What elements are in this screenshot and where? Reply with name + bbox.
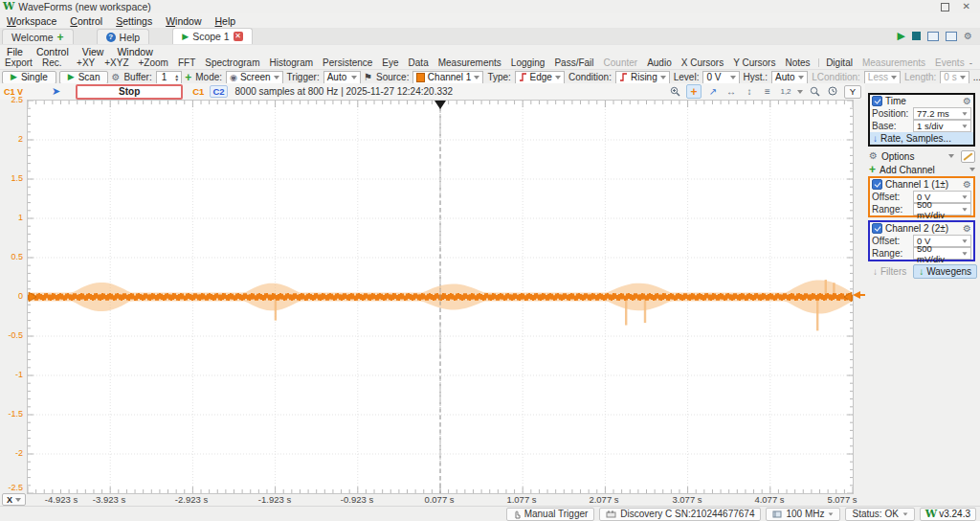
menu-help[interactable]: Help <box>209 15 243 27</box>
toolbar-x-cursors[interactable]: X Cursors <box>677 57 728 68</box>
status-button[interactable]: Status: OK <box>845 508 914 521</box>
menu-control[interactable]: Control <box>63 15 109 27</box>
position-select[interactable]: 77.2 ms <box>913 107 971 120</box>
menu-workspace[interactable]: Workspace <box>0 15 63 27</box>
buffer-settings-icon[interactable]: ⚙ <box>111 73 120 82</box>
tab-welcome-label: Welcome <box>11 32 54 43</box>
toolbar-export[interactable]: Export <box>0 57 37 68</box>
main-menu-bar: Workspace Control Settings Window Help <box>0 13 980 28</box>
add-buffer-icon[interactable]: + <box>185 73 191 82</box>
time-checkbox[interactable] <box>872 96 882 106</box>
toolbar-data[interactable]: Data <box>404 57 434 68</box>
tab-scope-1[interactable]: ▶ Scope 1 ✕ <box>172 28 252 44</box>
position-marker-icon[interactable]: ➤ <box>52 85 60 98</box>
trigger-select[interactable]: Auto <box>323 71 361 84</box>
toolbar-logging[interactable]: Logging <box>506 57 550 68</box>
run-all-icon[interactable]: ▶ <box>898 30 905 42</box>
more-controls-button[interactable]: ... <box>972 72 980 82</box>
scope-plot-area[interactable] <box>27 100 854 494</box>
tab-help[interactable]: ? Help <box>97 29 150 44</box>
channel2-settings-icon[interactable]: ⚙ <box>963 224 971 234</box>
app-status-bar: Manual Trigger Discovery C SN:2102446776… <box>0 506 980 521</box>
tab-welcome[interactable]: Welcome + <box>2 29 74 44</box>
toolbar-xyz[interactable]: +XYZ <box>100 57 133 68</box>
close-tab-icon[interactable]: ✕ <box>234 32 243 41</box>
stop-all-icon[interactable] <box>912 32 921 40</box>
workspace-settings-icon[interactable]: ⚙ <box>964 32 972 41</box>
buffer-stepper[interactable]: 1 ▲▼ <box>156 71 183 84</box>
single-button[interactable]: ▶ Single <box>2 71 56 84</box>
frequency-button[interactable]: 100 MHz <box>766 508 840 521</box>
channel2-checkbox[interactable] <box>872 223 882 234</box>
wavegens-toggle[interactable]: ↓ Wavegens <box>913 264 977 279</box>
toolbar-measurements[interactable]: Measurements <box>434 57 506 68</box>
annotate-tool-icon[interactable] <box>961 150 975 163</box>
filters-toggle[interactable]: ↓ Filters <box>868 265 911 278</box>
channel1-tag[interactable]: C1 <box>192 86 204 97</box>
measure-lines-icon[interactable]: ≡ <box>761 85 774 98</box>
toolbar-histogram[interactable]: Histogram <box>265 57 319 68</box>
crosshair-tool-icon[interactable]: + <box>686 84 702 99</box>
toolbar-rec[interactable]: Rec. <box>37 57 67 68</box>
time-zoom-icon[interactable] <box>826 85 839 98</box>
tools-dropdown-caret[interactable] <box>797 90 803 94</box>
options-row[interactable]: ⚙ Options <box>865 149 980 163</box>
channel2-tag[interactable]: C2 <box>210 85 227 98</box>
length-label: Length: <box>903 72 937 82</box>
level-label: Level: <box>673 72 701 82</box>
source-select[interactable]: Channel 1 <box>412 71 483 84</box>
scope-menu-view[interactable]: View <box>76 46 111 57</box>
label-order-icon[interactable]: 1,2 <box>779 85 792 98</box>
fit-height-icon[interactable]: ↕ <box>743 85 756 98</box>
condition-select[interactable]: Rising <box>615 71 670 84</box>
channel1-range-select[interactable]: 500 mV/div <box>913 203 971 215</box>
maximize-icon[interactable] <box>941 3 949 11</box>
zoom-tool-icon[interactable] <box>808 85 821 98</box>
toolbar-zoom[interactable]: +Zoom <box>134 57 173 68</box>
x-axis-button[interactable]: X <box>2 493 26 506</box>
scope-menu-control[interactable]: Control <box>30 46 76 57</box>
device-button[interactable]: Discovery C SN:210244677674 <box>599 508 761 521</box>
y-tick-label: 0 <box>0 291 23 301</box>
toolbar-overflow[interactable]: - <box>969 57 980 68</box>
trigger-level-marker-icon[interactable] <box>853 291 860 299</box>
toolbar-fft[interactable]: FFT <box>173 57 200 68</box>
base-select[interactable]: 1 s/div <box>913 120 971 132</box>
toolbar-digital[interactable]: Digital <box>821 57 858 68</box>
level-select[interactable]: 0 V <box>702 71 739 84</box>
toolbar-xy[interactable]: +XY <box>72 57 100 68</box>
manual-trigger-button[interactable]: Manual Trigger <box>506 508 595 521</box>
hysteresis-select[interactable]: Auto <box>771 71 808 84</box>
version-badge: W v3.24.3 <box>920 508 976 521</box>
menu-settings[interactable]: Settings <box>109 15 159 27</box>
toolbar-y-cursors[interactable]: Y Cursors <box>728 57 780 68</box>
toolbar-notes[interactable]: Notes <box>780 57 814 68</box>
channel1-checkbox[interactable] <box>872 179 882 190</box>
time-settings-icon[interactable]: ⚙ <box>963 97 971 106</box>
toolbar-passfail[interactable]: Pass/Fail <box>549 57 598 68</box>
tile-windows-icon[interactable] <box>946 32 957 41</box>
channel2-range-select[interactable]: 500 mV/div <box>913 247 971 260</box>
scope-menu-file[interactable]: File <box>0 46 30 57</box>
type-select[interactable]: Edge <box>515 71 565 84</box>
menu-window[interactable]: Window <box>159 15 208 27</box>
scope-menu-window[interactable]: Window <box>110 46 159 57</box>
fit-width-icon[interactable]: ↔ <box>724 85 738 98</box>
toolbar-persistence[interactable]: Persistence <box>318 57 377 68</box>
mode-select[interactable]: ◉ Screen <box>226 71 283 84</box>
close-icon[interactable]: ✕ <box>963 2 970 11</box>
pointer-tool-icon[interactable]: ↗ <box>706 85 720 98</box>
channel1-settings-icon[interactable]: ⚙ <box>963 180 971 190</box>
cascade-windows-icon[interactable] <box>927 32 939 41</box>
trigger-flag-icon[interactable]: ⚑ <box>364 72 372 82</box>
toolbar-spectrogram[interactable]: Spectrogram <box>200 57 264 68</box>
rate-samples-link[interactable]: ↓ Rate, Samples... <box>870 132 973 145</box>
add-instrument-icon[interactable]: + <box>57 33 64 42</box>
scan-button[interactable]: ▶ Scan <box>59 71 109 84</box>
y-axis-button[interactable]: Y <box>844 85 861 99</box>
zoom-in-icon[interactable] <box>668 85 681 98</box>
toolbar-audio[interactable]: Audio <box>642 57 677 68</box>
add-channel-row[interactable]: + Add Channel <box>865 163 980 176</box>
stop-button[interactable]: Stop <box>76 84 183 100</box>
toolbar-eye[interactable]: Eye <box>377 57 403 68</box>
